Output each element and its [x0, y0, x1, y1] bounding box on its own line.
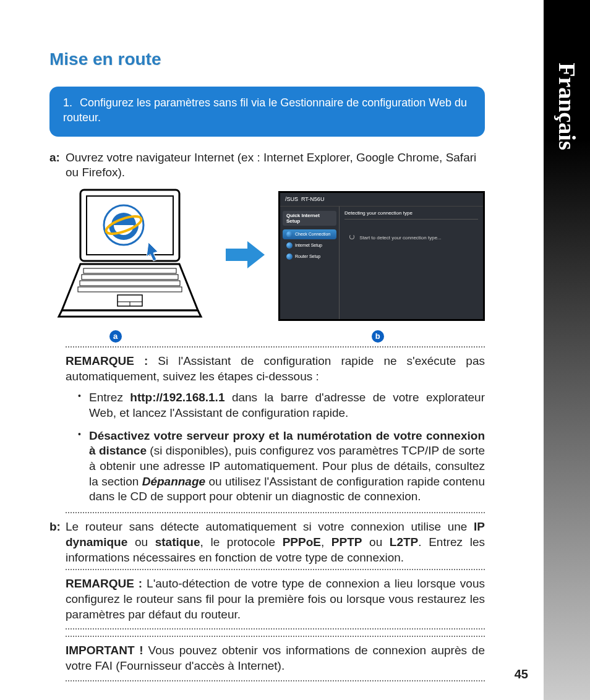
router-main-status: Start to detect your connection type...	[344, 228, 478, 247]
page-number: 45	[515, 667, 528, 681]
page-content: Mise en route 1. Configurez les paramètr…	[0, 0, 544, 700]
globe-icon	[286, 231, 293, 237]
svg-rect-7	[83, 268, 176, 273]
router-brand: /SUS	[285, 196, 298, 202]
sidebar-item-label: Check Connection	[295, 232, 330, 236]
note-1-label: REMARQUE :	[66, 354, 148, 367]
figure-label-a: a	[109, 330, 122, 343]
router-main-header: Detecting your connection type	[344, 210, 478, 220]
router-header: /SUS RT-N56U	[280, 193, 483, 207]
note-1: REMARQUE : Si l'Assistant de configurati…	[66, 354, 485, 384]
svg-rect-9	[80, 281, 180, 286]
divider	[66, 512, 485, 513]
svg-rect-10	[78, 287, 182, 292]
bullet-2: Désactivez votre serveur proxy et la num…	[78, 429, 485, 505]
sidebar-item-label: Router Setup	[295, 254, 320, 258]
sidebar-item-check-connection: Check Connection	[283, 229, 336, 239]
divider	[66, 680, 485, 681]
globe-icon	[286, 254, 293, 260]
divider	[66, 346, 485, 348]
step-b-text: Le routeur sans détecte automatiquement …	[66, 519, 485, 565]
figure-labels: a b	[49, 330, 485, 343]
divider	[66, 628, 485, 630]
note-2: REMARQUE : L'auto-détection de votre typ…	[66, 576, 485, 622]
instruction-box: 1. Configurez les paramètres sans fil vi…	[49, 87, 485, 137]
svg-marker-6	[59, 310, 201, 317]
router-url: http://192.168.1.1	[130, 391, 224, 404]
sidebar-item-internet-setup: Internet Setup	[283, 241, 336, 250]
router-model: RT-N56U	[301, 196, 324, 202]
divider	[66, 636, 485, 637]
router-sidebar: Quick Internet Setup Check Connection In…	[280, 207, 339, 319]
figure-label-b: b	[372, 330, 384, 343]
page-title: Mise en route	[49, 49, 485, 69]
depannage-ref: Dépannage	[142, 475, 205, 488]
router-main-panel: Detecting your connection type Start to …	[339, 207, 483, 319]
step-a: a: Ouvrez votre navigateur Internet (ex …	[49, 150, 485, 181]
language-tab-label: Français	[554, 62, 581, 150]
divider	[66, 569, 485, 570]
bullet-1: Entrez http://192.168.1.1 dans la barre …	[78, 390, 485, 420]
step-b-label: b:	[49, 519, 66, 535]
sidebar-item-router-setup: Router Setup	[283, 252, 336, 262]
note-2-label: REMARQUE :	[66, 577, 142, 590]
language-tab: Français	[544, 0, 590, 700]
note-3: IMPORTANT ! Vous pouvez obtenir vos info…	[66, 643, 485, 673]
globe-icon	[286, 242, 293, 249]
figure-row: /SUS RT-N56U Quick Internet Setup Check …	[49, 187, 485, 325]
svg-marker-14	[226, 241, 265, 268]
router-admin-screenshot: /SUS RT-N56U Quick Internet Setup Check …	[278, 191, 485, 321]
step-a-label: a:	[49, 150, 66, 166]
svg-rect-8	[82, 275, 178, 280]
bullet-list: Entrez http://192.168.1.1 dans la barre …	[78, 390, 485, 505]
spinner-icon	[349, 234, 354, 239]
note-3-label: IMPORTANT !	[66, 644, 143, 657]
step-b: b: Le routeur sans détecte automatiqueme…	[49, 519, 485, 565]
step-a-text: Ouvrez votre navigateur Internet (ex : I…	[66, 150, 485, 181]
instruction-number: 1.	[63, 95, 77, 110]
instruction-text: Configurez les paramètres sans fil via l…	[63, 96, 467, 124]
laptop-illustration	[49, 187, 210, 325]
sidebar-item-label: Internet Setup	[295, 243, 322, 247]
arrow-icon	[223, 239, 266, 273]
router-sidebar-title: Quick Internet Setup	[283, 211, 336, 226]
